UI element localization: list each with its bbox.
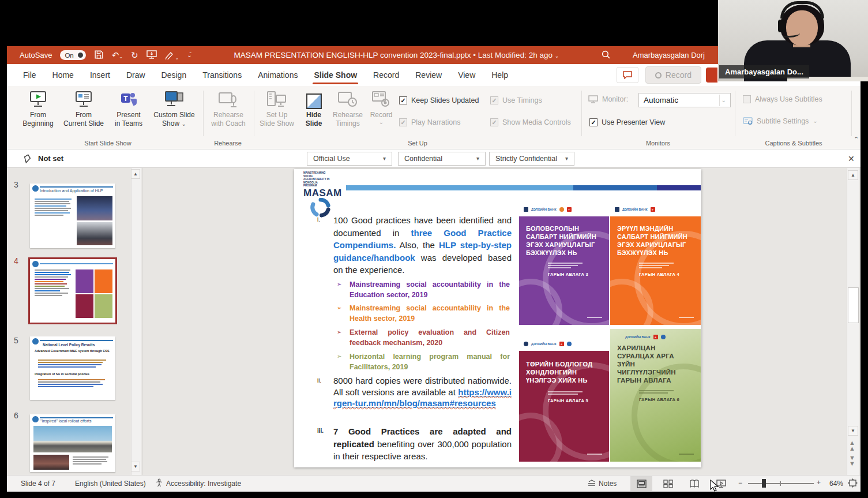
tab-record[interactable]: Record — [365, 64, 407, 86]
autosave-toggle[interactable]: On — [60, 50, 85, 60]
thumbnail-scroll-down-icon[interactable]: ▼ — [131, 462, 140, 471]
slide-sorter-view-button[interactable] — [657, 476, 679, 491]
bullet-arrow-icon: ➢ — [337, 353, 341, 360]
fit-to-window-icon[interactable] — [848, 478, 858, 489]
zoom-out-button[interactable]: − — [738, 479, 742, 487]
thumbnail-scrollbar[interactable] — [131, 168, 141, 475]
rehearse-timings-button[interactable]: RehearseTimings — [330, 89, 366, 128]
always-use-subtitles-checkbox[interactable]: Always Use Subtitles — [743, 95, 822, 103]
redo-icon[interactable]: ↻ — [131, 51, 138, 59]
masam-mini-logo-icon — [32, 416, 39, 422]
partner-logo-icon — [661, 335, 666, 339]
tab-draw[interactable]: Draw — [118, 64, 153, 86]
ministry-logo-icon — [524, 342, 528, 346]
thumb3-photo — [77, 196, 112, 220]
monitor-dropdown[interactable]: Automatic ⌄ — [638, 93, 731, 107]
thumb5-title: National Level Policy Results — [43, 343, 95, 347]
rehearse-timings-icon — [330, 89, 366, 109]
from-beginning-button[interactable]: FromBeginning — [17, 89, 59, 128]
swiss-agency-logo-icon: + — [559, 342, 564, 346]
dropdown-arrow-icon: ▾ — [383, 156, 386, 162]
thumbnail-scroll-up-icon[interactable]: ▲ — [131, 169, 140, 179]
collapse-ribbon-icon[interactable]: ⌃ — [854, 136, 859, 143]
tab-insert[interactable]: Insert — [82, 64, 118, 86]
undo-icon[interactable]: ↶⌄ — [112, 51, 123, 59]
subtitle-settings-button[interactable]: Subtitle Settings ⌄ — [743, 117, 818, 125]
chevron-down-icon[interactable]: ⌄ — [555, 53, 559, 59]
present-in-teams-button[interactable]: Presentin Teams — [111, 89, 146, 128]
checkbox-checked-icon: ✓ — [399, 118, 407, 126]
masam-mini-logo-icon — [32, 338, 39, 345]
dropdown-arrow-icon: ▾ — [476, 156, 479, 162]
sensitivity-official-use-button[interactable]: Official Use▾ — [307, 152, 392, 166]
previous-slide-icon[interactable]: ▲▲ — [849, 440, 855, 451]
masam-tagline: MAINSTREAMING SOCIAL ACCOUNTABILITY IN M… — [303, 171, 330, 188]
thumb5-line1: Advanced Government M&E system through C… — [35, 349, 112, 353]
use-timings-checkbox[interactable]: ✓ Use Timings — [490, 96, 542, 104]
masam-wordmark: MASAM — [303, 188, 350, 199]
tab-review[interactable]: Review — [407, 64, 450, 86]
subtitle-settings-icon — [743, 117, 753, 125]
tab-design[interactable]: Design — [153, 64, 195, 86]
from-current-slide-button[interactable]: FromCurrent Slide — [61, 89, 106, 128]
notes-button[interactable]: Notes — [599, 480, 617, 488]
tab-transitions[interactable]: Transitions — [194, 64, 250, 86]
accessibility-status[interactable]: Accessibility: Investigate — [166, 480, 241, 488]
save-icon[interactable] — [94, 50, 104, 61]
slide-counter[interactable]: Slide 4 of 7 — [21, 480, 55, 488]
play-narrations-checkbox[interactable]: ✓ Play Narrations — [399, 118, 460, 126]
ink-pen-icon[interactable]: ⌄ — [165, 50, 179, 61]
reading-view-button[interactable] — [683, 476, 705, 491]
record-slideshow-button[interactable]: Record⌄ — [368, 89, 394, 125]
set-up-slide-show-button[interactable]: Set UpSlide Show — [257, 89, 296, 128]
autosave-label: AutoSave — [20, 51, 52, 59]
zoom-slider-thumb[interactable] — [762, 479, 766, 488]
custom-slide-show-icon — [150, 89, 198, 109]
zoom-slider-track[interactable] — [748, 483, 814, 484]
comments-button[interactable] — [617, 67, 638, 83]
language-indicator[interactable]: English (United States) — [75, 480, 146, 488]
close-sensitivity-bar-icon[interactable]: ✕ — [848, 154, 855, 163]
zoom-level[interactable]: 64% — [829, 480, 843, 488]
rehearse-with-coach-button[interactable]: Rehearsewith Coach — [208, 89, 249, 128]
bullet-education: Mainstreaming social accountability in t… — [350, 279, 510, 300]
slide-thumbnail-5[interactable]: National Level Policy Results Advanced G… — [30, 336, 115, 400]
tab-help[interactable]: Help — [483, 64, 516, 86]
tab-animations[interactable]: Animations — [250, 64, 306, 86]
thumb6-photo — [33, 455, 69, 470]
slide-thumbnail-6[interactable]: "Inspired" local rollout efforts — [30, 414, 115, 472]
thumb6-title: "Inspired" local rollout efforts — [40, 419, 92, 423]
account-user-name[interactable]: Amarbayasgalan Dorj — [633, 51, 705, 59]
tab-view[interactable]: View — [450, 64, 483, 86]
tab-slide-show[interactable]: Slide Show — [306, 64, 365, 86]
bullet-arrow-icon: ➢ — [337, 305, 341, 311]
thumb-number-4: 4 — [14, 256, 18, 265]
tab-home[interactable]: Home — [44, 64, 82, 86]
present-button-fragment[interactable] — [706, 68, 717, 83]
customize-toolbar-icon[interactable]: ⌄̄ — [187, 53, 191, 58]
thumb3-photo — [77, 222, 112, 245]
slide-canvas[interactable]: MAINSTREAMING SOCIAL ACCOUNTABILITY IN M… — [294, 169, 701, 467]
normal-view-button[interactable] — [630, 476, 652, 491]
sensitivity-confidential-button[interactable]: Confidential▾ — [398, 152, 486, 166]
slide-scroll-up-icon[interactable]: ▲ — [848, 170, 858, 180]
search-icon[interactable] — [601, 50, 611, 61]
zoom-in-button[interactable]: + — [817, 478, 821, 486]
keep-slides-updated-checkbox[interactable]: ✓ Keep Slides Updated — [399, 96, 479, 104]
sensitivity-strictly-confidential-button[interactable]: Strictly Confidential▾ — [489, 152, 574, 166]
tab-file[interactable]: File — [15, 64, 44, 86]
paragraph-1: 100 Good practices have been identified … — [333, 214, 512, 276]
slide-thumbnail-3[interactable]: Introduction and Application of HLP — [30, 184, 115, 248]
scrollbar-thumb[interactable] — [848, 287, 859, 323]
webcam-overlay: Amarbayasgalan Do... — [718, 0, 868, 81]
custom-slide-show-button[interactable]: Custom Slide Show ⌄ — [150, 89, 198, 128]
present-display-icon[interactable] — [146, 50, 157, 61]
slide-thumbnail-4-selected[interactable] — [30, 259, 115, 323]
record-presentation-button[interactable]: Record — [645, 66, 701, 84]
hide-slide-button[interactable]: HideSlide — [300, 89, 328, 128]
slide-scroll-down-icon[interactable]: ▼ — [848, 426, 858, 436]
paragraph-3: 7 Good Practices are adapted and replica… — [333, 425, 512, 463]
next-slide-icon[interactable]: ▼▼ — [849, 455, 855, 466]
show-media-controls-checkbox[interactable]: ✓ Show Media Controls — [490, 118, 571, 126]
use-presenter-view-checkbox[interactable]: ✓ Use Presenter View — [589, 118, 665, 126]
